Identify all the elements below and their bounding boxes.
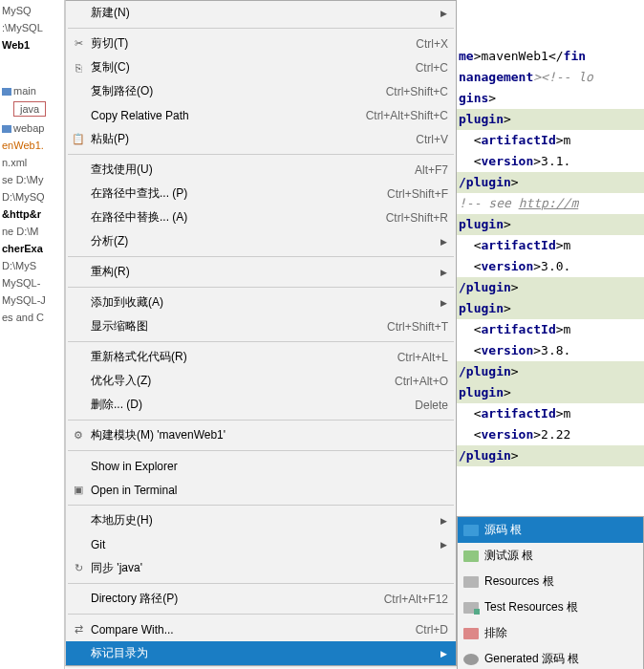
separator: [68, 450, 454, 451]
folder-icon: [2, 125, 11, 133]
menu-refactor[interactable]: 重构(R)▶: [66, 260, 456, 284]
tree-item[interactable]: Web1: [0, 36, 64, 54]
menu-cut[interactable]: ✂剪切(T)Ctrl+X: [66, 32, 456, 55]
tree-item[interactable]: ne D:\M: [0, 223, 64, 240]
separator: [68, 614, 454, 615]
chevron-right-icon: ▶: [439, 298, 448, 308]
submenu-test-resources-root[interactable]: Test Resources 根: [458, 594, 643, 620]
tree-item[interactable]: MySQL-J: [0, 291, 64, 309]
submenu-test-sources-root[interactable]: 测试源 根: [458, 543, 643, 569]
menu-add-favorites[interactable]: 添加到收藏(A)▶: [66, 291, 456, 314]
menu-copy-relative-path[interactable]: Copy Relative PathCtrl+Alt+Shift+C: [66, 103, 456, 127]
tree-item[interactable]: D:\MySQ: [0, 188, 64, 205]
cut-icon: ✂: [70, 37, 87, 50]
separator: [68, 256, 454, 257]
menu-show-explorer[interactable]: Show in Explorer: [66, 454, 456, 478]
submenu-resources-root[interactable]: Resources 根: [458, 569, 643, 594]
project-tree: MySQ :\MySQL Web1 main java webap enWeb1…: [0, 0, 65, 669]
folder-icon: [2, 88, 11, 96]
menu-analyze[interactable]: 分析(Z)▶: [66, 229, 456, 253]
menu-find-in-path[interactable]: 在路径中查找... (P)Ctrl+Shift+F: [66, 182, 456, 205]
menu-replace-in-path[interactable]: 在路径中替换... (A)Ctrl+Shift+R: [66, 205, 456, 229]
tree-item[interactable]: :\MySQL: [0, 19, 64, 36]
chevron-right-icon: ▶: [439, 516, 448, 526]
compare-icon: ⇄: [70, 623, 87, 636]
copy-icon: ⎘: [70, 62, 87, 74]
menu-mark-directory-as[interactable]: 标记目录为▶: [66, 641, 456, 665]
tree-item[interactable]: &http&r: [0, 205, 64, 223]
submenu-excluded[interactable]: 排除: [458, 620, 643, 646]
menu-paste[interactable]: 📋粘贴(P)Ctrl+V: [66, 127, 456, 151]
chevron-right-icon: ▶: [439, 649, 448, 658]
separator: [68, 341, 454, 342]
chevron-right-icon: ▶: [439, 268, 448, 277]
folder-test-resources-icon: [463, 602, 479, 614]
separator: [68, 154, 454, 155]
chevron-right-icon: ▶: [439, 540, 448, 550]
terminal-icon: ▣: [70, 484, 87, 496]
menu-delete[interactable]: 删除... (D)Delete: [66, 393, 456, 417]
sync-icon: ↻: [70, 562, 87, 574]
separator: [68, 287, 454, 288]
mark-directory-submenu: 源码 根 测试源 根 Resources 根 Test Resources 根 …: [457, 516, 644, 669]
menu-show-thumbnail[interactable]: 显示缩略图Ctrl+Shift+T: [66, 314, 456, 338]
tree-item[interactable]: MySQL-: [0, 274, 64, 291]
menu-copy[interactable]: ⎘复制(C)Ctrl+C: [66, 55, 456, 79]
menu-compare-with[interactable]: ⇄Compare With...Ctrl+D: [66, 617, 456, 641]
menu-sync[interactable]: ↻同步 'java': [66, 556, 456, 580]
folder-blue-icon: [463, 525, 479, 536]
separator: [68, 420, 454, 421]
folder-green-icon: [463, 550, 479, 562]
chevron-right-icon: ▶: [439, 9, 448, 18]
menu-directory-path[interactable]: Directory 路径(P)Ctrl+Alt+F12: [66, 587, 456, 611]
menu-new[interactable]: 新建(N)▶: [66, 1, 456, 25]
tree-item-java[interactable]: java: [13, 101, 46, 117]
tree-item[interactable]: enWeb1.: [0, 137, 64, 154]
tree-item[interactable]: n.xml: [0, 154, 64, 171]
tree-item-webapp[interactable]: webap: [0, 119, 64, 137]
menu-local-history[interactable]: 本地历史(H)▶: [66, 508, 456, 532]
separator: [68, 28, 454, 29]
menu-copy-path[interactable]: 复制路径(O)Ctrl+Shift+C: [66, 79, 456, 103]
menu-find-usages[interactable]: 查找使用(U)Alt+F7: [66, 158, 456, 182]
menu-optimize-imports[interactable]: 优化导入(Z)Ctrl+Alt+O: [66, 369, 456, 393]
submenu-sources-root[interactable]: 源码 根: [458, 517, 643, 543]
menu-build-module[interactable]: ⚙构建模块(M) 'mavenWeb1': [66, 423, 456, 447]
tree-item[interactable]: cherExa: [0, 240, 64, 257]
menu-git[interactable]: Git▶: [66, 532, 456, 556]
folder-gray-icon: [463, 576, 479, 588]
tree-item-main[interactable]: main: [0, 82, 64, 99]
tree-item[interactable]: es and C: [0, 309, 64, 326]
separator: [68, 583, 454, 584]
context-menu: 新建(N)▶ ✂剪切(T)Ctrl+X ⎘复制(C)Ctrl+C 复制路径(O)…: [65, 0, 457, 666]
tree-item[interactable]: D:\MyS: [0, 257, 64, 274]
chevron-right-icon: ▶: [439, 237, 448, 247]
tree-item[interactable]: se D:\My: [0, 171, 64, 188]
folder-red-icon: [463, 628, 479, 639]
menu-reformat[interactable]: 重新格式化代码(R)Ctrl+Alt+L: [66, 345, 456, 369]
build-icon: ⚙: [70, 429, 87, 442]
cog-icon: [463, 654, 479, 665]
paste-icon: 📋: [70, 133, 87, 145]
menu-open-terminal[interactable]: ▣Open in Terminal: [66, 478, 456, 502]
tree-item[interactable]: MySQ: [0, 2, 64, 19]
submenu-generated-sources-root[interactable]: Generated 源码 根: [458, 646, 643, 669]
separator: [68, 505, 454, 506]
